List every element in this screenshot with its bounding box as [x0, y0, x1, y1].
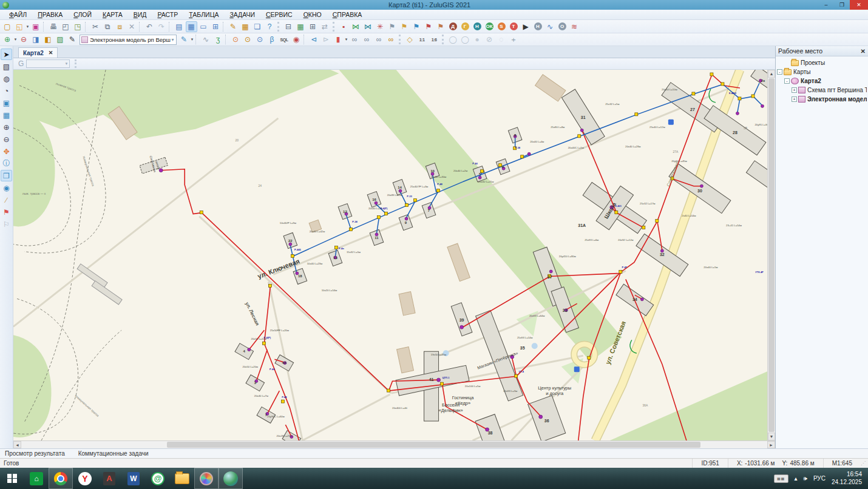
edit-pencil-icon[interactable]: ✎: [228, 21, 239, 32]
nav-back-icon[interactable]: ⊲: [308, 34, 320, 45]
zoom-in-tool[interactable]: ⊕: [1, 121, 12, 133]
nav-forward-icon[interactable]: ⊳: [320, 34, 332, 45]
legend-panel-icon[interactable]: ▤: [174, 21, 185, 32]
node-mode-1-icon[interactable]: ∞: [349, 34, 361, 45]
minimize-button[interactable]: –: [818, 0, 834, 10]
scroll-up-icon[interactable]: ▲: [768, 70, 775, 78]
layers-panel-icon[interactable]: ▦: [186, 21, 197, 32]
map-search-combo[interactable]: ▼: [26, 59, 70, 68]
start-button[interactable]: [0, 468, 24, 489]
flag-tool[interactable]: ⚑: [1, 206, 12, 218]
topology-icon[interactable]: ʒ: [212, 34, 224, 45]
collapse-icon[interactable]: -: [784, 78, 790, 84]
add-layer-icon[interactable]: ⊕: [2, 34, 13, 45]
chart-button[interactable]: ∿: [544, 21, 556, 32]
map-vertical-scrollbar[interactable]: ▲ ▼: [767, 70, 775, 440]
panel-tab-коммутационные-задачи[interactable]: Коммутационные задачи: [78, 450, 149, 457]
menu-окно[interactable]: ОКНО: [298, 10, 327, 19]
circle-o-button[interactable]: О: [557, 21, 568, 32]
tree-item-проекты[interactable]: Проекты: [777, 58, 867, 67]
scroll-right-icon[interactable]: ►: [767, 441, 775, 448]
combo-dropdown-icon[interactable]: ▼: [171, 38, 175, 42]
language-indicator[interactable]: РУС: [813, 475, 826, 482]
store-icon[interactable]: ⌂: [24, 468, 49, 489]
open-folder-icon[interactable]: ◱: [14, 21, 25, 32]
menu-справка[interactable]: СПРАВКА: [327, 10, 368, 19]
scroll-left-icon[interactable]: ◄: [13, 441, 21, 448]
circle-t-button[interactable]: Т: [508, 21, 520, 32]
select-rect-tool[interactable]: ▧: [1, 61, 12, 72]
menu-задачи[interactable]: ЗАДАЧИ: [224, 10, 260, 19]
new-document-icon[interactable]: ▢: [2, 21, 13, 32]
edit-mode-pencil-icon-dropdown[interactable]: ▼: [190, 38, 194, 41]
map-svg[interactable]: ул. Ключеваяул. Леснаяул. СоветскаяСовет…: [13, 70, 767, 440]
tab-karta2[interactable]: Карта2 ✕: [18, 47, 58, 58]
search-b-icon[interactable]: β: [266, 34, 278, 45]
paste-icon[interactable]: ⧈: [114, 21, 126, 32]
copy-icon[interactable]: ⧉: [102, 21, 114, 32]
tree-item-схема-пгт-вершина-т[interactable]: +Схема пгт Вершина Т: [777, 86, 867, 95]
analysis-cubes-icon[interactable]: ▪: [338, 21, 350, 32]
circle-g-button[interactable]: Г: [459, 21, 471, 32]
piezometric-graph-button[interactable]: ≋: [569, 21, 580, 32]
chrome-icon[interactable]: [49, 468, 73, 489]
node-mode-3-icon[interactable]: ∞: [373, 34, 385, 45]
poly-tool-2-icon[interactable]: ◯: [459, 34, 471, 45]
new-window-icon[interactable]: ⊞: [210, 21, 222, 32]
valve-closed-icon[interactable]: ⋈: [362, 21, 374, 32]
clock[interactable]: 16:54 24.12.2025: [832, 471, 862, 486]
sql-query-icon[interactable]: SQL: [279, 34, 290, 45]
zulugis-icon[interactable]: [219, 468, 243, 489]
help-icon[interactable]: ?: [264, 21, 276, 32]
source-node-icon[interactable]: ✳: [375, 21, 386, 32]
node-mode-2-icon[interactable]: ∞: [361, 34, 373, 45]
expand-icon[interactable]: +: [792, 87, 797, 93]
menu-таблица[interactable]: ТАБЛИЦА: [183, 10, 224, 19]
tray-expand-icon[interactable]: ▴: [795, 475, 798, 482]
search-list-icon[interactable]: ⊙: [254, 34, 266, 45]
menu-правка[interactable]: ПРАВКА: [32, 10, 68, 19]
remove-layer-icon[interactable]: ⊖: [18, 34, 30, 45]
delete-icon[interactable]: ✕: [126, 21, 138, 32]
edit-mode-pencil-icon[interactable]: ✎: [178, 34, 190, 45]
navigator-tool[interactable]: ◉: [1, 182, 12, 194]
vscroll-thumb[interactable]: [768, 78, 775, 432]
link-objects-icon[interactable]: ∿: [200, 34, 212, 45]
open-folder-icon-dropdown[interactable]: ▼: [25, 25, 30, 29]
table-export-icon[interactable]: ⊟: [283, 21, 294, 32]
poly-tool-5-icon[interactable]: ◌: [496, 34, 507, 45]
search-db-icon[interactable]: ⊙: [242, 34, 254, 45]
zoom-out-tool[interactable]: ⊖: [1, 133, 12, 145]
zoom-extent-tool[interactable]: ▣: [1, 97, 12, 109]
print-icon[interactable]: 🖶: [48, 21, 59, 32]
menu-вид[interactable]: ВИД: [128, 10, 152, 19]
flag-red-icon[interactable]: ⚑: [423, 21, 435, 32]
touch-keyboard-icon[interactable]: ▦▦: [774, 474, 788, 483]
scale-1-1-icon[interactable]: 1:1: [416, 34, 428, 45]
tree-item-карты[interactable]: -Карты: [777, 67, 867, 76]
collapse-icon[interactable]: -: [777, 69, 782, 75]
poly-tool-3-icon[interactable]: ●: [472, 34, 483, 45]
circle-d-button[interactable]: Д: [447, 21, 459, 32]
hsplit-panel-icon[interactable]: ▭: [198, 21, 209, 32]
save-icon[interactable]: ▣: [30, 21, 42, 32]
cut-icon[interactable]: ✂: [90, 21, 101, 32]
play-button[interactable]: ▶: [520, 21, 532, 32]
add-layer-icon-dropdown[interactable]: ▼: [13, 38, 18, 41]
select-circle-tool[interactable]: ◍: [1, 73, 12, 84]
poly-add-icon[interactable]: ＋: [508, 34, 520, 45]
table-edit-icon[interactable]: ▦: [240, 21, 251, 32]
layer-search-tool[interactable]: ❐: [1, 170, 12, 181]
layer-draw-icon[interactable]: ✎: [67, 34, 78, 45]
combo-dropdown-icon[interactable]: ▼: [64, 62, 68, 66]
node-edit-icon[interactable]: ∞: [385, 34, 397, 45]
expand-icon[interactable]: +: [792, 96, 797, 102]
pan-grid-tool[interactable]: ▦: [1, 109, 12, 121]
search-object-icon[interactable]: ⊙: [230, 34, 242, 45]
select-arrow-tool[interactable]: ➤: [1, 49, 12, 60]
window-icon[interactable]: ❏: [252, 21, 263, 32]
poly-tool-4-icon[interactable]: ⊘: [484, 34, 495, 45]
measure-tool[interactable]: ∕: [1, 194, 12, 206]
flag-blue-icon[interactable]: ⚑: [411, 21, 422, 32]
layer-properties-icon[interactable]: ◨: [30, 34, 42, 45]
